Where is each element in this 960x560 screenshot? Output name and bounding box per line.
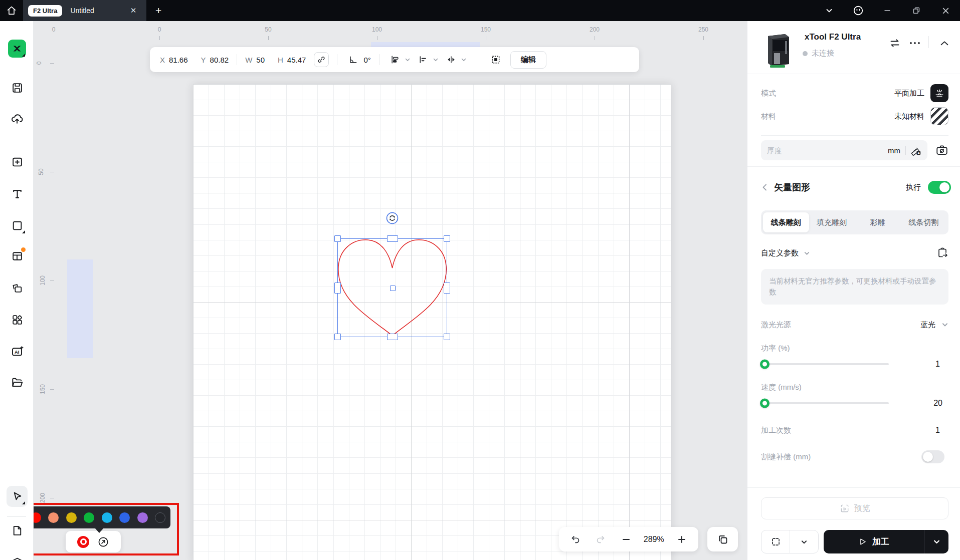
camera-measure-icon[interactable] xyxy=(935,144,948,157)
process-button[interactable]: 加工 xyxy=(824,536,924,547)
laser-source-chevron-icon[interactable] xyxy=(941,321,948,328)
tab-line-engrave[interactable]: 线条雕刻 xyxy=(763,212,809,232)
thickness-input-group[interactable]: mm A xyxy=(761,140,927,160)
zoom-out-icon[interactable] xyxy=(619,532,634,547)
close-window-button[interactable] xyxy=(931,0,960,21)
xtool-logo-menu[interactable] xyxy=(7,38,28,59)
flip-horizontal-icon[interactable] xyxy=(444,52,459,67)
tab-close-icon[interactable]: ✕ xyxy=(127,6,139,15)
thickness-input[interactable] xyxy=(767,146,888,155)
speed-slider[interactable] xyxy=(761,402,889,404)
app-window: 0 0 50 100 150 200 250 0 50 100 150 200 xyxy=(0,0,960,560)
insert-image-tool[interactable] xyxy=(7,151,28,172)
material-row[interactable]: 材料 未知材料 xyxy=(761,107,948,125)
apps-projects-tool[interactable] xyxy=(7,309,28,330)
process-options-chevron[interactable] xyxy=(924,530,948,553)
execute-toggle[interactable] xyxy=(928,181,951,194)
mode-row[interactable]: 模式 平面加工 xyxy=(761,84,948,102)
rotation-value-field[interactable]: 0° xyxy=(363,56,370,64)
page-settings-tool[interactable] xyxy=(7,520,28,541)
selection-center-anchor[interactable] xyxy=(390,286,396,291)
selection-handle-middle-right[interactable] xyxy=(444,283,450,294)
text-tool[interactable] xyxy=(7,183,28,204)
color-swatch-blue[interactable] xyxy=(119,512,130,523)
zoom-in-icon[interactable] xyxy=(674,532,689,547)
save-params-icon[interactable] xyxy=(936,247,948,259)
zoom-level-value[interactable]: 289% xyxy=(644,535,664,544)
y-value-field[interactable]: 80.82 xyxy=(210,56,229,64)
lock-aspect-ratio-button[interactable] xyxy=(314,52,329,67)
tab-line-cut[interactable]: 线条切割 xyxy=(901,212,947,232)
cloud-upload-button[interactable] xyxy=(7,108,28,129)
thickness-unit: mm xyxy=(888,146,900,155)
template-library-tool[interactable] xyxy=(7,245,28,266)
rotate-handle[interactable] xyxy=(386,212,399,224)
selection-handle-top-right[interactable] xyxy=(444,235,450,242)
marquee-select-icon[interactable] xyxy=(488,52,503,67)
selection-handle-top-left[interactable] xyxy=(334,235,341,242)
kerf-toggle[interactable] xyxy=(921,450,944,463)
shape-tool[interactable] xyxy=(7,215,28,236)
power-value[interactable]: 1 xyxy=(935,360,940,369)
minimize-button[interactable] xyxy=(873,0,902,21)
custom-params-chevron-icon[interactable] xyxy=(804,250,810,256)
color-swatch-yellow[interactable] xyxy=(66,512,77,523)
flip-dropdown-chevron[interactable] xyxy=(461,57,467,63)
file-library-tool[interactable] xyxy=(7,372,28,393)
measure-thickness-icon[interactable]: A xyxy=(911,145,921,156)
duplicate-canvas-button[interactable] xyxy=(707,527,738,551)
new-tab-button[interactable]: + xyxy=(155,5,161,17)
selection-bounding-box[interactable] xyxy=(337,238,447,337)
svg-text:AI: AI xyxy=(14,349,19,355)
selection-handle-bottom-left[interactable] xyxy=(334,334,341,340)
save-button[interactable] xyxy=(7,77,28,98)
select-tool[interactable] xyxy=(7,486,28,507)
preview-button[interactable]: 预览 xyxy=(761,497,948,519)
edit-button[interactable]: 编辑 xyxy=(510,51,546,69)
speed-slider-knob[interactable] xyxy=(760,399,770,408)
color-swatch-black[interactable] xyxy=(155,512,165,523)
power-slider-knob[interactable] xyxy=(760,360,770,369)
distribute-dropdown-chevron[interactable] xyxy=(405,57,411,63)
color-swatch-salmon[interactable] xyxy=(48,512,59,523)
frame-options-chevron[interactable] xyxy=(790,530,818,553)
color-swatch-purple[interactable] xyxy=(137,512,148,523)
document-tab[interactable]: F2 Ultra Untitled ✕ xyxy=(23,0,146,21)
restore-window-button[interactable] xyxy=(902,0,931,21)
width-value-field[interactable]: 50 xyxy=(256,56,265,64)
process-type-tabs: 线条雕刻 填充雕刻 彩雕 线条切割 xyxy=(761,210,948,234)
x-value-field[interactable]: 81.66 xyxy=(169,56,188,64)
tab-fill-engrave[interactable]: 填充雕刻 xyxy=(809,212,855,232)
redo-icon[interactable] xyxy=(593,532,608,547)
home-button[interactable] xyxy=(0,0,23,21)
passes-value[interactable]: 1 xyxy=(935,426,940,435)
rotation-angle-icon xyxy=(345,52,360,67)
selection-handle-bottom-right[interactable] xyxy=(444,334,450,340)
selection-handle-top-middle[interactable] xyxy=(387,235,398,242)
speed-value[interactable]: 20 xyxy=(933,399,942,408)
feedback-smiley-icon[interactable] xyxy=(844,0,873,21)
distribute-icon[interactable] xyxy=(388,52,403,67)
frame-button[interactable] xyxy=(761,530,790,553)
tab-relief-engrave[interactable]: 彩雕 xyxy=(855,212,901,232)
stroke-style-icon[interactable] xyxy=(97,536,109,548)
layers-panel-tool[interactable] xyxy=(7,552,28,560)
laser-source-row[interactable]: 激光光源 蓝光 xyxy=(761,318,948,331)
ai-tool[interactable]: AI xyxy=(7,341,28,362)
more-options-icon[interactable] xyxy=(909,41,921,45)
color-swatch-green[interactable] xyxy=(84,512,94,523)
selection-handle-bottom-middle[interactable] xyxy=(387,334,398,340)
current-stroke-color-indicator[interactable] xyxy=(77,536,89,548)
power-slider[interactable] xyxy=(761,363,889,365)
align-dropdown-chevron[interactable] xyxy=(433,57,439,63)
color-swatch-cyan[interactable] xyxy=(102,512,112,523)
vector-shapes-tool[interactable] xyxy=(7,277,28,299)
titlebar-chevron-down-icon[interactable] xyxy=(815,0,844,21)
switch-device-icon[interactable] xyxy=(889,37,901,49)
undo-icon[interactable] xyxy=(568,532,583,547)
height-value-field[interactable]: 45.47 xyxy=(287,56,306,64)
selection-handle-middle-left[interactable] xyxy=(334,283,341,294)
back-chevron-icon[interactable] xyxy=(761,183,769,191)
align-icon[interactable] xyxy=(416,52,431,67)
collapse-panel-icon[interactable] xyxy=(939,38,950,49)
